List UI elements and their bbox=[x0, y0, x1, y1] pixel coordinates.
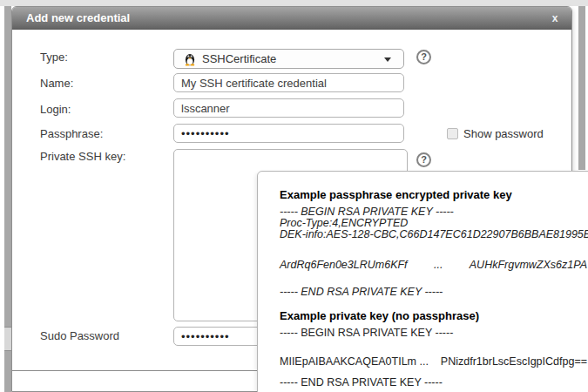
private-key-help-icon[interactable]: ? bbox=[416, 152, 431, 167]
tooltip-heading-encrypted: Example passphrase encrypted private key bbox=[280, 189, 587, 201]
page-top-strip bbox=[0, 0, 588, 6]
dialog-titlebar[interactable]: Add new credential x bbox=[12, 7, 571, 30]
tooltip-end-line-1: ----- END RSA PRIVATE KEY ----- bbox=[280, 287, 587, 298]
tooltip-dek-info-line: DEK-info:AES-128-CBC,C66D147EC61D22907B6… bbox=[280, 229, 587, 240]
type-label: Type: bbox=[40, 51, 68, 64]
private-ssh-key-label: Private SSH key: bbox=[40, 150, 125, 163]
tooltip-end-line-2: ----- END RSA PRIVATE KEY ----- bbox=[280, 377, 587, 389]
page-scrollbar[interactable] bbox=[578, 6, 585, 170]
page-left-edge-notch bbox=[4, 327, 11, 351]
tooltip-key-sample-1: ArdRq6Fen0e3LRUm6KFf ... AUHkFrgvmwZXs6z… bbox=[280, 260, 587, 271]
passphrase-label: Passphrase: bbox=[40, 127, 103, 140]
show-password-label: Show password bbox=[463, 127, 544, 140]
type-help-icon[interactable]: ? bbox=[416, 50, 431, 64]
passphrase-input[interactable] bbox=[173, 124, 404, 143]
type-selected-value: SSHCertificate bbox=[202, 52, 276, 65]
dialog-title: Add new credential bbox=[26, 11, 130, 24]
chevron-down-icon bbox=[384, 57, 391, 62]
key1-ellipsis: ... bbox=[434, 260, 443, 271]
tooltip-begin-line-2: ----- BEGIN RSA PRIVATE KEY ----- bbox=[280, 328, 587, 339]
key1-right: AUHkFrgvmwZXs6z1PA bbox=[470, 260, 587, 271]
sudo-password-label: Sudo Password bbox=[40, 329, 119, 342]
private-key-help-tooltip: Example passphrase encrypted private key… bbox=[257, 171, 588, 392]
login-input[interactable] bbox=[173, 98, 404, 118]
name-label: Name: bbox=[40, 77, 73, 90]
login-label: Login: bbox=[40, 103, 71, 116]
tooltip-key-sample-2: MIIEpAIBAAKCAQEA0TILm ... PNizdfr1brLscE… bbox=[280, 356, 587, 368]
name-input[interactable] bbox=[173, 73, 404, 92]
key2-left: MIIEpAIBAAKCAQEA0TILm ... bbox=[280, 356, 429, 368]
close-icon[interactable]: x bbox=[547, 10, 563, 26]
key2-right: PNizdfr1brLscEscIgpICdfpg== bbox=[441, 356, 587, 368]
key1-left: ArdRq6Fen0e3LRUm6KFf bbox=[280, 260, 408, 271]
show-password-checkbox[interactable] bbox=[447, 128, 458, 139]
type-select[interactable]: SSHCertificate bbox=[173, 49, 404, 69]
linux-tux-icon bbox=[183, 52, 197, 66]
tooltip-heading-plain: Example private key (no passphrase) bbox=[280, 310, 587, 322]
